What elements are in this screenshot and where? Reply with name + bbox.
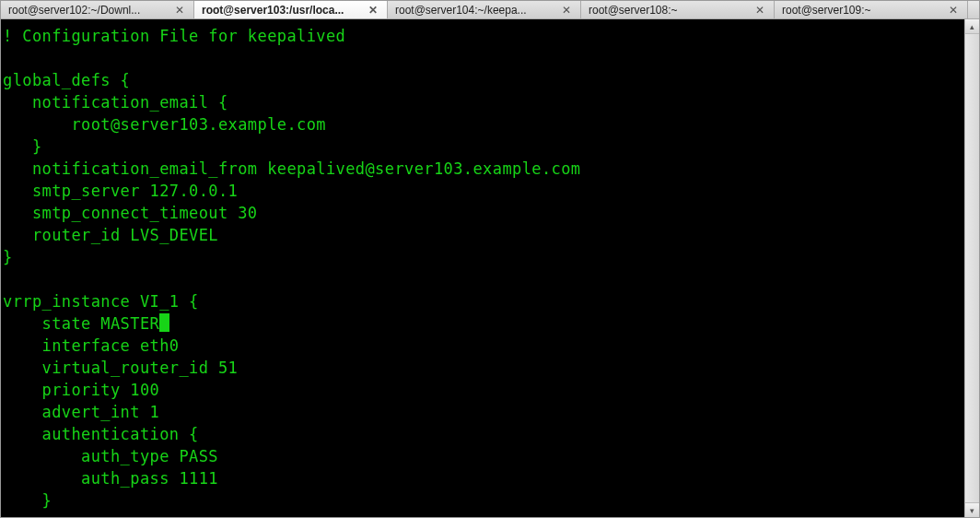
tab-server102[interactable]: root@server102:~/Downl... ✕ xyxy=(1,1,194,18)
tab-server104[interactable]: root@server104:~/keepa... ✕ xyxy=(388,1,581,18)
vertical-scrollbar[interactable]: ▴ ▾ xyxy=(964,19,979,517)
tab-server108[interactable]: root@server108:~ ✕ xyxy=(581,1,775,18)
scroll-down-button[interactable]: ▾ xyxy=(965,502,979,517)
tab-label: root@server108:~ xyxy=(589,4,748,17)
close-icon[interactable]: ✕ xyxy=(947,4,960,17)
close-icon[interactable]: ✕ xyxy=(753,4,766,17)
terminal-window: root@server102:~/Downl... ✕ root@server1… xyxy=(0,0,980,518)
tab-label: root@server104:~/keepa... xyxy=(395,4,554,17)
tab-label: root@server103:/usr/loca... xyxy=(202,4,361,17)
tab-server109[interactable]: root@server109:~ ✕ xyxy=(775,1,968,18)
tab-bar: root@server102:~/Downl... ✕ root@server1… xyxy=(1,1,979,19)
terminal-output[interactable]: ! Configuration File for keepalived glob… xyxy=(1,19,964,517)
close-icon[interactable]: ✕ xyxy=(560,4,573,17)
text-cursor xyxy=(159,313,169,332)
terminal-area: ! Configuration File for keepalived glob… xyxy=(1,19,979,517)
close-icon[interactable]: ✕ xyxy=(367,4,379,17)
tab-label: root@server109:~ xyxy=(782,4,941,17)
scroll-up-button[interactable]: ▴ xyxy=(965,19,979,34)
tab-server103[interactable]: root@server103:/usr/loca... ✕ xyxy=(194,1,388,18)
tab-label: root@server102:~/Downl... xyxy=(8,4,168,17)
scrollbar-track[interactable] xyxy=(965,34,979,502)
close-icon[interactable]: ✕ xyxy=(173,4,186,17)
